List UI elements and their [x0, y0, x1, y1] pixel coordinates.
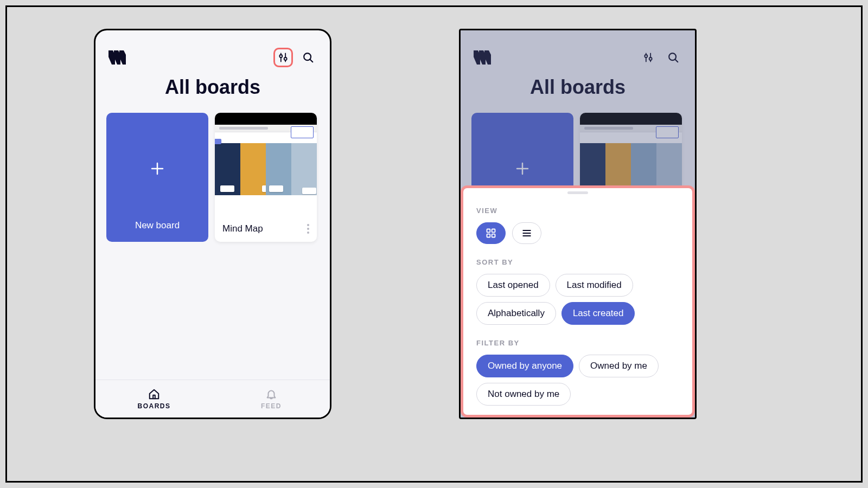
page-title: All boards: [461, 76, 695, 99]
sheet-grabber[interactable]: [567, 191, 588, 194]
view-list-button[interactable]: [512, 222, 541, 244]
filter-sliders-icon[interactable]: [273, 48, 293, 67]
outer-frame: All boards New board: [5, 5, 863, 483]
phone-mock-right: All boards: [459, 29, 697, 419]
new-board-button[interactable]: New board: [106, 113, 208, 242]
kebab-menu-icon[interactable]: [307, 224, 309, 234]
sort-last-modified[interactable]: Last modified: [556, 274, 633, 297]
svg-rect-17: [492, 229, 495, 233]
sort-alphabetically[interactable]: Alphabetically: [476, 302, 556, 325]
plus-icon: [514, 158, 531, 180]
svg-rect-19: [492, 234, 495, 237]
search-icon[interactable]: [298, 48, 318, 67]
phone-mock-left: All boards New board: [94, 29, 331, 419]
svg-rect-16: [487, 229, 490, 233]
sort-last-opened[interactable]: Last opened: [476, 274, 550, 297]
board-name: Mind Map: [222, 223, 263, 234]
filter-owned-anyone[interactable]: Owned by anyone: [476, 355, 573, 377]
miro-logo-icon: [473, 50, 491, 65]
bottom-nav: BOARDS FEED: [95, 380, 330, 418]
svg-line-5: [310, 60, 313, 62]
board-grid: New board: [95, 113, 330, 242]
svg-line-13: [675, 60, 678, 62]
view-grid-button[interactable]: [476, 222, 506, 244]
svg-rect-18: [487, 234, 490, 237]
app-header: [95, 30, 330, 73]
sort-last-created[interactable]: Last created: [561, 302, 635, 325]
svg-point-11: [649, 57, 652, 60]
page-title: All boards: [95, 76, 330, 99]
svg-point-3: [284, 57, 287, 60]
app-header: [461, 30, 695, 73]
nav-feed[interactable]: FEED: [213, 380, 330, 418]
filter-sheet: VIEW SORT BY Last opened Last modified A…: [461, 185, 695, 418]
new-board-label: New board: [135, 220, 180, 231]
search-icon[interactable]: [663, 48, 683, 67]
section-label-sort: SORT BY: [476, 258, 679, 266]
svg-point-9: [644, 55, 647, 57]
list-icon: [521, 228, 532, 239]
board-thumbnail: [215, 113, 317, 216]
svg-point-1: [279, 55, 282, 57]
nav-label: FEED: [261, 402, 282, 410]
miro-logo-icon: [107, 50, 126, 65]
nav-boards[interactable]: BOARDS: [95, 380, 213, 418]
bell-icon: [265, 388, 277, 400]
filter-not-owned-me[interactable]: Not owned by me: [476, 383, 571, 406]
board-card[interactable]: Mind Map: [215, 113, 317, 242]
filter-sliders-icon[interactable]: [639, 48, 658, 67]
section-label-view: VIEW: [476, 207, 679, 215]
filter-options: Owned by anyone Owned by me Not owned by…: [476, 355, 679, 406]
plus-icon: [149, 158, 165, 180]
grid-icon: [486, 228, 496, 239]
sort-options: Last opened Last modified Alphabetically…: [476, 274, 679, 325]
section-label-filter: FILTER BY: [476, 339, 679, 347]
filter-owned-me[interactable]: Owned by me: [579, 355, 659, 377]
nav-label: BOARDS: [137, 402, 170, 410]
home-icon: [148, 388, 161, 400]
